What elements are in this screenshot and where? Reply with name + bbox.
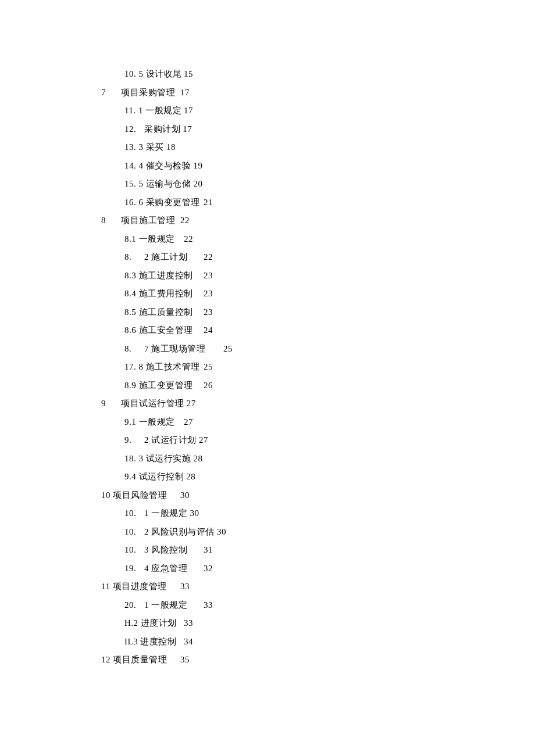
toc-entry: 19. 4 应急管理 32 (101, 560, 427, 578)
toc-entry: 12 项目质量管理 35 (101, 651, 427, 669)
toc-entry: 8.9 施工变更管理 26 (101, 377, 427, 395)
toc-entry: 15. 5 运输与仓储 20 (101, 175, 427, 194)
toc-entry: 8 项目施工管理 22 (101, 212, 427, 230)
toc-entry: 8.5 施工质量控制 23 (101, 303, 427, 322)
toc-entry: 9.4 试运行控制 28 (101, 468, 427, 486)
toc-entry: 12. 采购计划 17 (101, 120, 427, 139)
toc-entry: 16. 6 采购变更管理 21 (101, 194, 427, 212)
toc-entry: 10. 1 一般规定 30 (101, 504, 427, 523)
toc-entry: 7 项目采购管理 17 (101, 84, 427, 102)
toc-entry: 10 项目风险管理 30 (101, 486, 427, 505)
table-of-contents: 10. 5 设计收尾 157 项目采购管理 1711. 1 一般规定 1712.… (101, 65, 427, 669)
toc-entry: 13. 3 采买 18 (101, 138, 427, 157)
toc-entry: 8.3 施工进度控制 23 (101, 267, 427, 285)
toc-entry: 20. 1 一般规定 33 (101, 596, 427, 615)
toc-entry: 9.1 一般规定 27 (101, 413, 427, 432)
toc-entry: 9 项目试运行管理 27 (101, 395, 427, 413)
document-page: 10. 5 设计收尾 157 项目采购管理 1711. 1 一般规定 1712.… (0, 0, 535, 756)
toc-entry: 18. 3 试运行实施 28 (101, 450, 427, 468)
toc-entry: 11 项目进度管理 33 (101, 578, 427, 596)
toc-entry: 17. 8 施工技术管理 25 (101, 358, 427, 377)
toc-entry: 9. 2 试运行计划 27 (101, 431, 427, 450)
toc-entry: 11. 1 一般规定 17 (101, 102, 427, 120)
toc-entry: 8.1 一般规定 22 (101, 230, 427, 249)
toc-entry: 8.4 施工费用控制 23 (101, 285, 427, 303)
toc-entry: 10. 2 风险识别与评估 30 (101, 523, 427, 542)
toc-entry: 8. 2 施工计划 22 (101, 248, 427, 267)
toc-entry: H.2 进度计划 33 (101, 614, 427, 633)
toc-entry: 10. 3 风险控制 31 (101, 541, 427, 560)
toc-entry: 10. 5 设计收尾 15 (101, 65, 427, 84)
toc-entry: IL3 进度控制 34 (101, 633, 427, 651)
toc-entry: 14. 4 催交与检验 19 (101, 157, 427, 175)
toc-entry: 8. 7 施工现场管理 25 (101, 340, 427, 359)
toc-entry: 8.6 施工安全管理 24 (101, 321, 427, 340)
